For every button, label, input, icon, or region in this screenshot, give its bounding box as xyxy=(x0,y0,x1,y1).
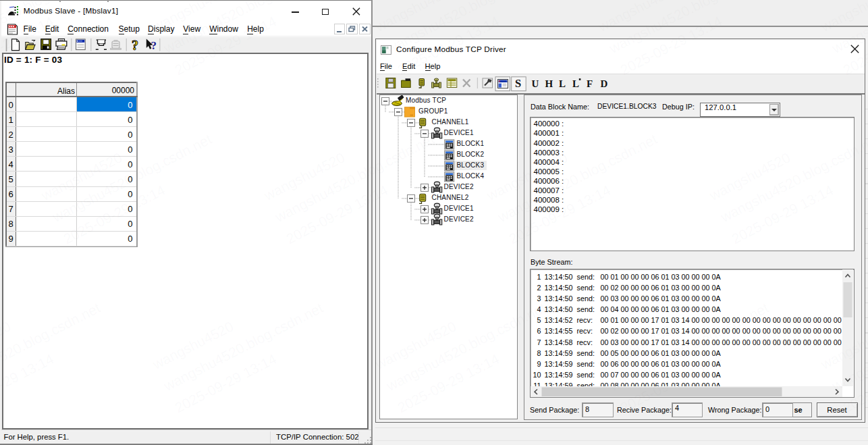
svg-text:?: ? xyxy=(151,39,157,52)
svg-text:U: U xyxy=(532,78,539,89)
svg-text:F: F xyxy=(587,78,593,89)
svg-text:S: S xyxy=(515,77,521,90)
svg-text:H: H xyxy=(545,78,553,89)
svg-text:D: D xyxy=(601,78,608,89)
svg-text:?: ? xyxy=(132,37,138,52)
svg-text:L: L xyxy=(572,78,579,89)
svg-text:L: L xyxy=(559,78,566,89)
